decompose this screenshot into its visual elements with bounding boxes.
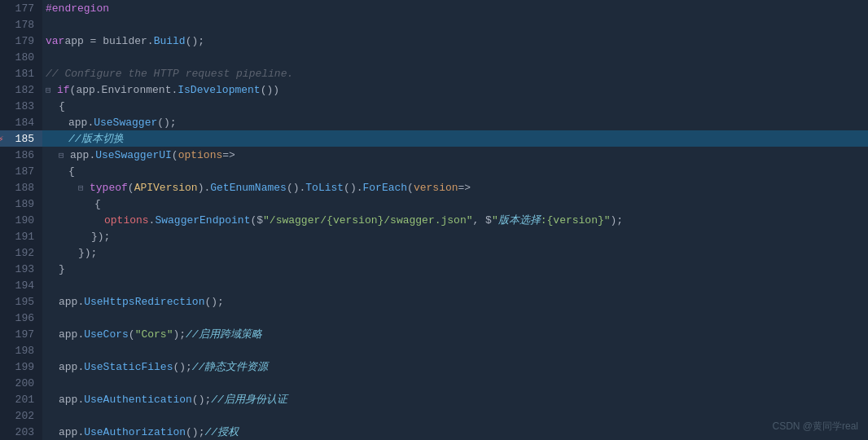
line-number: 183 xyxy=(0,98,42,114)
line-number: 188 xyxy=(0,179,42,196)
line-number: 191 xyxy=(0,228,42,244)
line-number: 181 xyxy=(0,65,42,81)
code-line: { xyxy=(42,163,868,179)
code-line: app.UseSwagger(); xyxy=(42,114,868,130)
code-line xyxy=(42,342,868,359)
line-number: 200 xyxy=(0,375,42,391)
line-numbers: 177178179180181182183184⚡185186187188189… xyxy=(0,0,42,440)
code-line: } xyxy=(42,261,868,277)
code-line: { xyxy=(42,98,868,114)
watermark: CSDN @黄同学real xyxy=(772,420,858,433)
line-number: 203 xyxy=(0,424,42,440)
code-line: options.SwaggerEndpoint($"/swagger/{vers… xyxy=(42,212,868,228)
line-number: 199 xyxy=(0,359,42,375)
line-number: 197 xyxy=(0,326,42,342)
code-area[interactable]: #endregionvar app = builder.Build();// C… xyxy=(42,0,868,440)
code-line: { xyxy=(42,196,868,212)
line-number: 184 xyxy=(0,114,42,130)
line-number: 186 xyxy=(0,147,42,163)
code-line: app.UseCors("Cors"); //启用跨域策略 xyxy=(42,326,868,342)
line-number: 195 xyxy=(0,293,42,310)
line-number: 179 xyxy=(0,33,42,49)
line-number: 192 xyxy=(0,244,42,261)
line-number: 194 xyxy=(0,277,42,293)
code-line: var app = builder.Build(); xyxy=(42,33,868,49)
line-number: ⚡185 xyxy=(0,130,42,147)
code-line: app.UseHttpsRedirection(); xyxy=(42,293,868,310)
code-line: app.UseStaticFiles(); //静态文件资源 xyxy=(42,359,868,375)
code-line: ⊟typeof(APIVersion).GetEnumNames().ToLis… xyxy=(42,179,868,196)
line-number: 180 xyxy=(0,49,42,65)
line-number: 189 xyxy=(0,196,42,212)
code-line: // Configure the HTTP request pipeline. xyxy=(42,65,868,81)
code-line xyxy=(42,375,868,391)
line-number: 187 xyxy=(0,163,42,179)
code-line: app.UseAuthorization(); //授权 xyxy=(42,424,868,440)
code-line: ⊟app.UseSwaggerUI(options => xyxy=(42,147,868,163)
line-number: 190 xyxy=(0,212,42,228)
line-number: 193 xyxy=(0,261,42,277)
code-line xyxy=(42,277,868,293)
line-number: 198 xyxy=(0,342,42,359)
line-number: 178 xyxy=(0,16,42,33)
line-number: 202 xyxy=(0,407,42,424)
code-line xyxy=(42,16,868,33)
code-line: }); xyxy=(42,244,868,261)
code-line xyxy=(42,407,868,424)
code-line: #endregion xyxy=(42,0,868,16)
line-number: 177 xyxy=(0,0,42,16)
code-line: //版本切换 xyxy=(42,130,868,147)
code-line xyxy=(42,310,868,326)
line-number: 196 xyxy=(0,310,42,326)
code-editor: 177178179180181182183184⚡185186187188189… xyxy=(0,0,868,440)
line-number: 201 xyxy=(0,391,42,407)
code-line: app.UseAuthentication(); //启用身份认证 xyxy=(42,391,868,407)
code-line: ⊟if (app.Environment.IsDevelopment()) xyxy=(42,81,868,98)
line-number: 182 xyxy=(0,81,42,98)
code-line xyxy=(42,49,868,65)
code-line: }); xyxy=(42,228,868,244)
